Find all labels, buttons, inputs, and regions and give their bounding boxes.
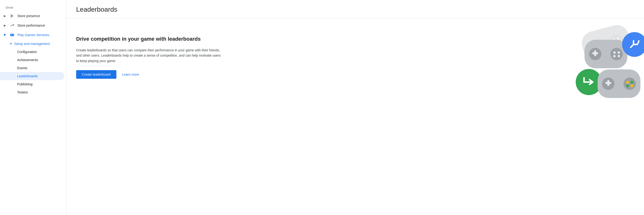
sidebar-item-label-achievements: Achievements bbox=[17, 58, 38, 62]
svg-point-36 bbox=[630, 84, 633, 87]
sidebar-item-leaderboards[interactable]: Leaderboards bbox=[0, 72, 64, 80]
sidebar-item-achievements[interactable]: Achievements bbox=[0, 56, 64, 64]
svg-point-23 bbox=[618, 51, 620, 54]
svg-point-35 bbox=[626, 84, 629, 87]
svg-point-7 bbox=[13, 35, 14, 35]
svg-point-6 bbox=[12, 35, 13, 35]
svg-point-25 bbox=[618, 55, 620, 57]
sidebar-item-play-games-services[interactable]: ▶ Play Games Services bbox=[0, 30, 64, 40]
svg-point-30 bbox=[624, 77, 636, 90]
chevron-right-icon: ▶ bbox=[4, 14, 6, 17]
sidebar: Grow ▶ Store presence ▶ Store performanc… bbox=[0, 0, 67, 215]
svg-marker-0 bbox=[11, 14, 14, 17]
sidebar-item-store-performance[interactable]: ▶ Store performance bbox=[0, 21, 64, 30]
svg-point-33 bbox=[626, 81, 629, 84]
sidebar-item-configuration[interactable]: Configuration bbox=[0, 48, 64, 56]
play-icon bbox=[10, 13, 14, 18]
page-header: Leaderboards bbox=[67, 0, 644, 18]
sidebar-item-setup-management[interactable]: ▼ Setup and management bbox=[0, 40, 64, 48]
sidebar-item-label-store-performance: Store performance bbox=[17, 23, 45, 27]
chevron-down-icon: ▶ bbox=[3, 34, 7, 36]
sidebar-item-publishing[interactable]: Publishing bbox=[0, 80, 64, 88]
content-area: Drive competition in your game with lead… bbox=[67, 18, 644, 215]
content-description: Create leaderboards so that users can co… bbox=[76, 47, 224, 63]
sidebar-item-label-events: Events bbox=[17, 66, 27, 70]
illustration bbox=[554, 23, 644, 104]
sidebar-item-label-setup: Setup and management bbox=[14, 42, 50, 46]
svg-rect-32 bbox=[607, 80, 609, 86]
sidebar-item-events[interactable]: Events bbox=[0, 64, 64, 72]
learn-more-link[interactable]: Learn more bbox=[122, 72, 139, 76]
sidebar-item-label-testers: Testers bbox=[17, 90, 28, 94]
sidebar-item-label-store-presence: Store presence bbox=[17, 14, 40, 18]
content-left: Drive competition in your game with lead… bbox=[76, 30, 224, 79]
svg-point-4 bbox=[12, 34, 13, 35]
svg-rect-21 bbox=[594, 50, 596, 56]
trending-icon bbox=[10, 23, 14, 28]
chevron-down-icon-2: ▼ bbox=[10, 42, 12, 45]
svg-point-5 bbox=[13, 34, 14, 35]
chevron-right-icon-2: ▶ bbox=[4, 24, 6, 27]
svg-point-34 bbox=[630, 81, 633, 84]
actions-row: Create leaderboard Learn more bbox=[76, 70, 224, 79]
sidebar-item-testers[interactable]: Testers bbox=[0, 88, 64, 96]
page-title: Leaderboards bbox=[76, 6, 634, 13]
sidebar-item-store-presence[interactable]: ▶ Store presence bbox=[0, 11, 64, 21]
main-content: Leaderboards Drive competition in your g… bbox=[67, 0, 644, 215]
svg-point-22 bbox=[613, 51, 616, 54]
sidebar-item-label-publishing: Publishing bbox=[17, 82, 32, 86]
gamepad-illustration-svg bbox=[554, 23, 644, 104]
sidebar-section-label: Grow bbox=[0, 4, 66, 11]
gamepad-icon bbox=[10, 32, 14, 37]
sidebar-item-label-leaderboards: Leaderboards bbox=[17, 74, 38, 78]
create-leaderboard-button[interactable]: Create leaderboard bbox=[76, 70, 116, 79]
sidebar-item-label-configuration: Configuration bbox=[17, 50, 37, 54]
svg-point-24 bbox=[613, 55, 616, 57]
content-heading: Drive competition in your game with lead… bbox=[76, 35, 224, 43]
sidebar-item-label-play-games: Play Games Services bbox=[17, 33, 49, 37]
svg-rect-3 bbox=[11, 34, 12, 36]
svg-point-19 bbox=[610, 48, 623, 60]
